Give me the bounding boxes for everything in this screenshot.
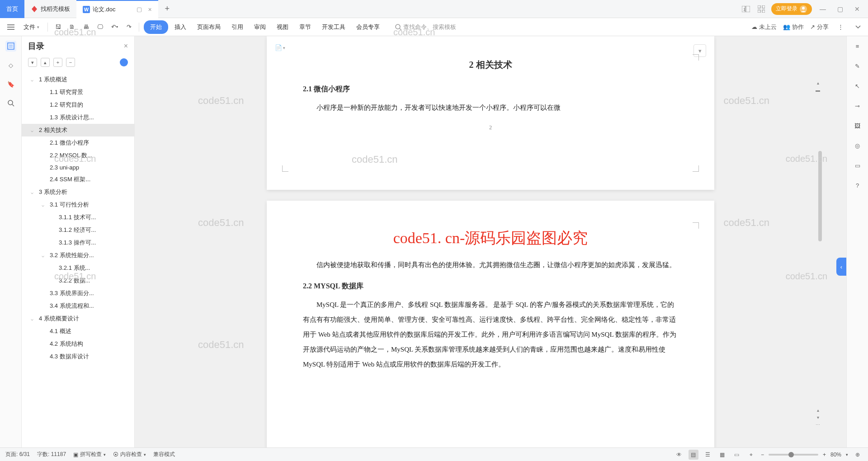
outline-icon[interactable]	[5, 41, 16, 52]
outline-item[interactable]: 3.1.3 操作可...	[22, 236, 134, 249]
view-page-icon[interactable]: ▤	[689, 450, 698, 460]
save-icon[interactable]: 🖫	[52, 22, 64, 32]
menu-layout[interactable]: 页面布局	[193, 20, 225, 34]
outline-item[interactable]: ⌵3.1 可行性分析	[22, 198, 134, 211]
menu-start[interactable]: 开始	[144, 20, 168, 34]
remove-heading[interactable]: −	[66, 58, 75, 67]
outline-item[interactable]: 4.1 概述	[22, 325, 134, 338]
vertical-scrollbar[interactable]	[817, 74, 823, 432]
target-icon[interactable]: ◎	[852, 140, 863, 151]
ruler-bar-icon[interactable]: ▬	[814, 87, 822, 93]
outline-item[interactable]: 2.4 SSM 框架...	[22, 173, 134, 186]
outline-item[interactable]: ⌵3.2 系统性能分...	[22, 249, 134, 262]
menu-review[interactable]: 审阅	[250, 20, 270, 34]
book-icon[interactable]: ▭	[852, 160, 863, 171]
outline-item[interactable]: 3.2.1 系统...	[22, 262, 134, 274]
view-web-icon[interactable]: ▦	[717, 450, 727, 460]
tab-home[interactable]: 首页	[0, 0, 24, 18]
outline-item[interactable]: 2.2 MYSQL 数...	[22, 149, 134, 162]
eye-icon[interactable]: 👁	[674, 450, 684, 460]
login-button[interactable]: 立即登录	[771, 3, 812, 15]
cloud-button[interactable]: ☁ 未上云	[751, 23, 777, 31]
outline-item[interactable]: ⌵1 系统概述	[22, 73, 134, 86]
file-menu[interactable]: 文件▾	[20, 21, 43, 33]
status-words[interactable]: 字数: 11187	[37, 451, 66, 458]
tag-icon[interactable]: ◇	[5, 60, 16, 71]
side-handle[interactable]: ‹	[836, 258, 846, 276]
layout-icon[interactable]: 1	[741, 4, 751, 14]
status-content[interactable]: ⦿ 内容检查 ▾	[113, 451, 146, 458]
save-as-icon[interactable]: 🗎	[66, 22, 78, 32]
outline-item[interactable]: ⌵2 相关技术	[22, 124, 134, 136]
status-compat[interactable]: 兼容模式	[153, 451, 175, 458]
image-icon[interactable]: 🖼	[852, 120, 863, 131]
zoom-value[interactable]: 80%	[830, 452, 841, 458]
collab-button[interactable]: 👥 协作	[783, 23, 804, 31]
settings-icon[interactable]: ⊸	[852, 100, 863, 111]
apps-icon[interactable]	[756, 4, 767, 14]
tab-template[interactable]: 找稻壳模板	[24, 0, 76, 18]
outline-item[interactable]: 1.2 研究目的	[22, 99, 134, 111]
ruler-up-icon[interactable]: ▴	[814, 80, 822, 86]
window-maximize[interactable]: ▢	[834, 5, 846, 13]
ruler-up2-icon[interactable]: ▴	[814, 407, 822, 413]
print-preview-icon[interactable]: 🖵	[94, 22, 106, 32]
outline-item[interactable]: 4.3 数据库设计	[22, 350, 134, 363]
menu-icon[interactable]: ≡	[852, 41, 863, 52]
status-spell[interactable]: ▣ 拼写检查 ▾	[73, 451, 106, 458]
menu-section[interactable]: 章节	[295, 20, 316, 34]
tab-document[interactable]: W 论文.doc ▢ ×	[76, 0, 158, 18]
ruler-down-icon[interactable]: ▾	[814, 414, 822, 420]
view-outline-icon[interactable]: ☰	[703, 450, 713, 460]
sidebar-close[interactable]: ×	[124, 42, 128, 50]
outline-item[interactable]: 3.2.2 数据...	[22, 274, 134, 287]
window-close[interactable]: ✕	[851, 5, 863, 13]
ruler-menu-icon[interactable]: ⋯	[814, 421, 822, 428]
outline-item[interactable]: ⌵3 系统分析	[22, 186, 134, 198]
more-icon[interactable]: ⋮	[835, 22, 846, 32]
pencil-icon[interactable]: ✎	[852, 61, 863, 71]
undo-icon[interactable]: ↶▾	[108, 22, 121, 32]
menu-reference[interactable]: 引用	[227, 20, 248, 34]
outline-item[interactable]: 3.1.1 技术可...	[22, 211, 134, 224]
collapse-all[interactable]: ▾	[28, 58, 37, 67]
outline-item[interactable]: 3.4 系统流程和...	[22, 300, 134, 312]
tab-close[interactable]: ×	[148, 6, 152, 13]
zoom-dropdown-icon[interactable]: ▾	[846, 452, 848, 457]
outline-item[interactable]: 1.3 系统设计思...	[22, 111, 134, 124]
expand-all[interactable]: ▴	[41, 58, 50, 67]
status-page[interactable]: 页面: 6/31	[5, 451, 30, 458]
tab-add[interactable]: +	[158, 4, 176, 14]
menu-dev[interactable]: 开发工具	[317, 20, 350, 34]
menu-member[interactable]: 会员专享	[352, 20, 384, 34]
view-focus-icon[interactable]: ⌖	[746, 450, 756, 460]
page-header-icon[interactable]: 📄▾	[275, 44, 285, 51]
zoom-in[interactable]: +	[823, 452, 826, 458]
menu-insert[interactable]: 插入	[170, 20, 191, 34]
outline-indicator[interactable]	[120, 58, 128, 66]
tab-device-icon[interactable]: ▢	[137, 6, 142, 13]
outline-item[interactable]: 1.1 研究背景	[22, 86, 134, 99]
window-minimize[interactable]: —	[816, 5, 829, 13]
add-heading[interactable]: +	[53, 58, 62, 67]
outline-item[interactable]: 2.1 微信小程序	[22, 136, 134, 149]
hamburger-icon[interactable]	[5, 23, 17, 32]
zoom-slider[interactable]	[769, 454, 818, 456]
menu-view[interactable]: 视图	[272, 20, 293, 34]
fullscreen-add-icon[interactable]: ⊕	[853, 450, 863, 460]
outline-item[interactable]: 2.3 uni-app	[22, 162, 134, 173]
document-canvas[interactable]: 📄▾ ▾ 2 相关技术 2.1 微信小程序 小程序是一种新的开放能力，开发者可以…	[135, 36, 846, 447]
share-button[interactable]: ↗ 分享	[810, 23, 829, 31]
outline-item[interactable]: 4.2 系统结构	[22, 338, 134, 350]
print-icon[interactable]: 🖶	[80, 22, 92, 32]
view-read-icon[interactable]: ▭	[732, 450, 742, 460]
bookmark-icon[interactable]: 🔖	[5, 79, 16, 89]
outline-item[interactable]: 3.3 系统界面分...	[22, 287, 134, 300]
redo-icon[interactable]: ↷	[123, 22, 134, 32]
outline-item[interactable]: 3.1.2 经济可...	[22, 224, 134, 236]
cursor-icon[interactable]: ↖	[852, 80, 863, 91]
find-icon[interactable]	[5, 98, 16, 108]
outline-item[interactable]: ⌵4 系统概要设计	[22, 312, 134, 325]
help-icon[interactable]: ?	[852, 180, 863, 191]
command-search[interactable]: 查找命令、搜索模板	[392, 21, 460, 33]
